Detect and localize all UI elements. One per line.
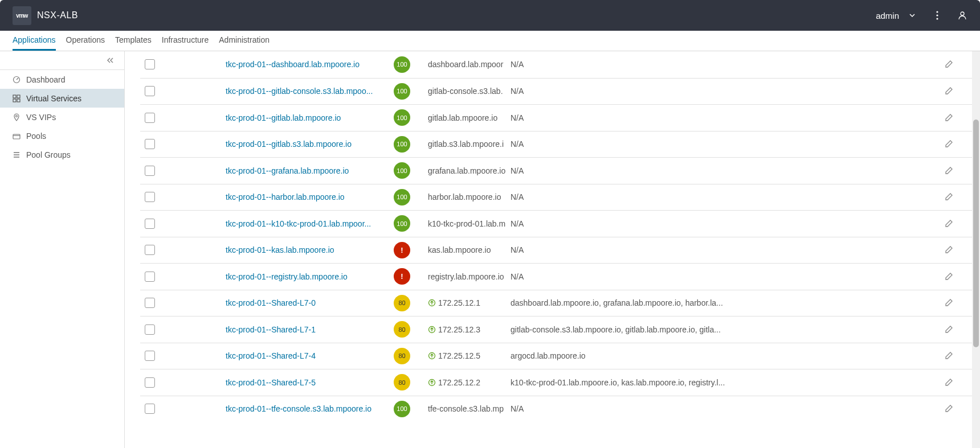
vmware-logo: vmw [13,6,31,25]
table-row: tkc-prod-01--tfe-console.s3.lab.mpoore.i… [140,396,980,422]
nav-tab-administration[interactable]: Administration [219,31,270,51]
edit-button[interactable] [940,114,957,122]
row-checkbox[interactable] [145,324,155,335]
sidebar-item-virtual-services[interactable]: Virtual Services [0,89,124,108]
edit-button[interactable] [940,326,957,334]
health-badge[interactable]: 100 [394,162,410,179]
sidebar-item-pool-groups[interactable]: Pool Groups [0,145,124,164]
edit-button[interactable] [940,352,957,360]
row-checkbox[interactable] [145,59,155,69]
row-checkbox[interactable] [145,351,155,361]
pools-cell: N/A [511,245,736,254]
edit-button[interactable] [940,273,957,281]
nav-tab-templates[interactable]: Templates [115,31,152,51]
vs-name-link[interactable]: tkc-prod-01--k10-tkc-prod-01.lab.mpoor..… [226,219,394,228]
nav-tab-applications[interactable]: Applications [13,31,56,51]
edit-button[interactable] [940,193,957,201]
pools-cell: k10-tkc-prod-01.lab.mpoore.io, kas.lab.m… [511,378,736,387]
row-checkbox[interactable] [145,113,155,123]
vs-name-link[interactable]: tkc-prod-01--harbor.lab.mpoore.io [226,192,394,202]
content-area: tkc-prod-01--dashboard.lab.mpoore.io100d… [125,51,980,448]
address-cell: 172.25.12.2 [428,378,511,387]
row-checkbox[interactable] [145,139,155,149]
address-cell: k10-tkc-prod-01.lab.m [428,219,511,228]
vs-name-link[interactable]: tkc-prod-01--registry.lab.mpoore.io [226,272,394,281]
health-badge[interactable]: 100 [394,189,410,205]
table-row: tkc-prod-01--k10-tkc-prod-01.lab.mpoor..… [140,210,980,237]
health-badge[interactable]: 100 [394,215,410,232]
grid-icon [13,94,21,102]
vs-name-link[interactable]: tkc-prod-01--grafana.lab.mpoore.io [226,166,394,175]
health-badge[interactable]: 80 [394,321,410,338]
dashboard-icon [13,76,21,84]
row-checkbox[interactable] [145,219,155,229]
vs-name-link[interactable]: tkc-prod-01--dashboard.lab.mpoore.io [226,60,394,69]
health-badge[interactable]: ! [394,242,410,258]
edit-button[interactable] [940,140,957,148]
arrow-up-circle-icon [428,379,436,387]
scrollbar-thumb[interactable] [973,120,979,347]
health-badge[interactable]: 80 [394,374,410,391]
scrollbar-track[interactable] [972,51,980,448]
edit-button[interactable] [940,60,957,68]
edit-button[interactable] [940,299,957,307]
kebab-menu-icon[interactable] [932,10,942,20]
nav-tab-infrastructure[interactable]: Infrastructure [162,31,209,51]
row-checkbox[interactable] [145,404,155,414]
row-checkbox[interactable] [145,86,155,96]
health-badge[interactable]: 100 [394,136,410,153]
row-checkbox[interactable] [145,166,155,176]
row-checkbox[interactable] [145,377,155,388]
edit-button[interactable] [940,87,957,95]
list-icon [13,151,21,159]
edit-button[interactable] [940,220,957,228]
pools-cell: gitlab-console.s3.lab.mpoore.io, gitlab.… [511,325,736,334]
vs-name-link[interactable]: tkc-prod-01--Shared-L7-5 [226,378,394,387]
folder-icon [13,132,21,140]
sidebar-item-dashboard[interactable]: Dashboard [0,70,124,89]
pools-cell: argocd.lab.mpoore.io [511,351,736,360]
health-badge[interactable]: 80 [394,348,410,364]
vs-name-link[interactable]: tkc-prod-01--gitlab-console.s3.lab.mpoo.… [226,87,394,96]
health-badge[interactable]: 100 [394,109,410,126]
svg-rect-8 [17,99,20,102]
vs-name-link[interactable]: tkc-prod-01--Shared-L7-1 [226,325,394,334]
edit-button[interactable] [940,246,957,254]
row-checkbox[interactable] [145,272,155,282]
row-checkbox[interactable] [145,245,155,255]
sidebar-item-vs-vips[interactable]: VS VIPs [0,108,124,126]
vs-name-link[interactable]: tkc-prod-01--gitlab.lab.mpoore.io [226,113,394,122]
health-badge[interactable]: 100 [394,56,410,73]
app-header: vmw NSX-ALB admin [0,0,980,31]
table-row: tkc-prod-01--kas.lab.mpoore.io!kas.lab.m… [140,237,980,264]
edit-button[interactable] [940,167,957,175]
user-icon[interactable] [957,10,967,20]
edit-button[interactable] [940,405,957,413]
table-row: tkc-prod-01--grafana.lab.mpoore.io100gra… [140,157,980,184]
edit-button[interactable] [940,379,957,387]
address-cell: 172.25.12.1 [428,298,511,307]
pools-cell: N/A [511,60,736,69]
svg-rect-7 [13,99,16,102]
arrow-up-circle-icon [428,299,436,307]
nav-tab-operations[interactable]: Operations [66,31,105,51]
vs-name-link[interactable]: tkc-prod-01--Shared-L7-4 [226,351,394,360]
table-row: tkc-prod-01--Shared-L7-480172.25.12.5arg… [140,343,980,369]
nav-tabs: ApplicationsOperationsTemplatesInfrastru… [0,31,980,51]
chevron-down-icon[interactable] [907,10,917,20]
health-badge[interactable]: 100 [394,401,410,417]
address-cell: harbor.lab.mpoore.io [428,192,511,202]
vs-name-link[interactable]: tkc-prod-01--Shared-L7-0 [226,298,394,307]
health-badge[interactable]: ! [394,268,410,285]
health-badge[interactable]: 100 [394,83,410,100]
address-cell: grafana.lab.mpoore.io [428,166,511,175]
svg-point-2 [936,18,938,19]
vs-name-link[interactable]: tkc-prod-01--tfe-console.s3.lab.mpoore.i… [226,404,394,413]
health-badge[interactable]: 80 [394,295,410,311]
vs-name-link[interactable]: tkc-prod-01--gitlab.s3.lab.mpoore.io [226,139,394,149]
row-checkbox[interactable] [145,298,155,308]
sidebar-item-pools[interactable]: Pools [0,126,124,145]
row-checkbox[interactable] [145,192,155,202]
sidebar-collapse-button[interactable] [0,51,124,70]
vs-name-link[interactable]: tkc-prod-01--kas.lab.mpoore.io [226,245,394,254]
